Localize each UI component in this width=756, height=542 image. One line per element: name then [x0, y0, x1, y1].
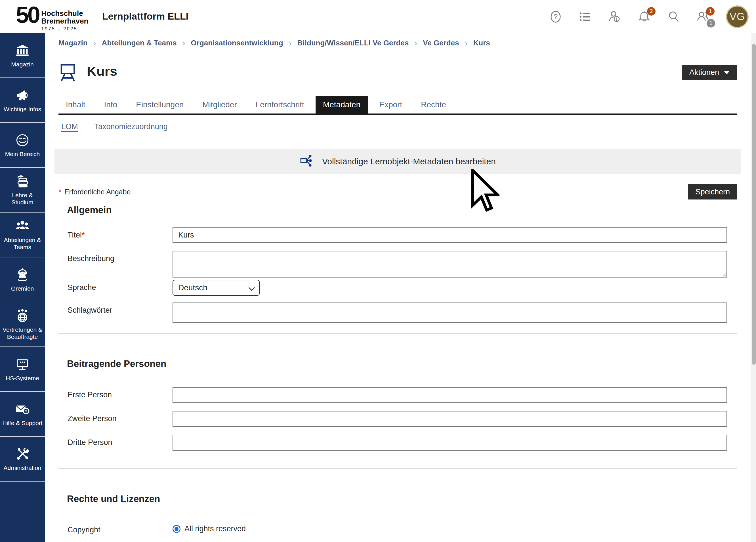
sidebar-item-label: Abteilungen & Teams [0, 236, 45, 251]
list-icon[interactable] [578, 10, 592, 24]
svg-text:?: ? [554, 12, 558, 21]
contacts-icon[interactable]: 1 1 [696, 10, 710, 24]
zweite-person-input[interactable] [173, 411, 727, 427]
beschreibung-textarea[interactable] [173, 251, 727, 278]
breadcrumb-item[interactable]: Abteilungen & Teams [102, 39, 177, 47]
form-row-schlagwoerter: Schlagwörter [58, 302, 737, 323]
dritte-person-input[interactable] [173, 435, 727, 451]
chevron-right-icon: › [465, 38, 467, 48]
main-content: Magazin › Abteilungen & Teams › Organisa… [45, 33, 751, 542]
chevron-right-icon: › [289, 38, 292, 48]
sidebar-item-wichtige-infos[interactable]: Wichtige Infos [0, 78, 45, 123]
app-title: Lernplattform ELLI [102, 11, 188, 22]
form-row-zweite-person: Zweite Person [58, 411, 737, 427]
subtab-taxonomiezuordnung[interactable]: Taxonomiezuordnung [95, 122, 168, 131]
breadcrumb-item[interactable]: Kurs [473, 39, 490, 47]
tab-mitglieder[interactable]: Mitglieder [195, 96, 244, 114]
sidebar-item-magazin[interactable]: Magazin [0, 33, 45, 78]
breadcrumb-item[interactable]: Magazin [58, 39, 88, 47]
notifications-badge: 2 [647, 7, 656, 16]
beschreibung-label: Beschreibung [58, 251, 173, 278]
sidebar-item-label: Lehre & Studium [0, 192, 45, 206]
edit-full-metadata-banner[interactable]: Vollständige Lernobjekt-Metadaten bearbe… [54, 149, 741, 174]
scrollbar-thumb[interactable] [752, 44, 756, 365]
section-divider [58, 468, 737, 469]
scrollbar-track[interactable] [751, 33, 756, 542]
user-avatar[interactable]: VG [726, 5, 749, 28]
save-button[interactable]: Speichern [688, 184, 737, 199]
tab-info[interactable]: Info [97, 96, 125, 114]
banner-label: Vollständige Lernobjekt-Metadaten bearbe… [322, 157, 496, 166]
chevron-right-icon: › [414, 38, 417, 48]
rights-section: Copyright All rights reserved [45, 522, 751, 534]
titel-label: Titel* [58, 227, 173, 243]
top-header: 50 Hochschule Bremerhaven 1975 – 2025 Le… [0, 0, 756, 33]
university-logo[interactable]: 50 Hochschule Bremerhaven 1975 – 2025 [16, 2, 88, 32]
subtab-lom[interactable]: LOM [61, 122, 78, 131]
sidebar-item-hs-systeme[interactable]: *** HS-Systeme [0, 347, 45, 392]
breadcrumb: Magazin › Abteilungen & Teams › Organisa… [45, 33, 751, 53]
bank-icon [15, 43, 30, 58]
breadcrumb-item[interactable]: Bildung/Wissen/ELLI Ve Gerdes [297, 39, 409, 47]
breadcrumb-item[interactable]: Organisationsentwicklung [191, 39, 283, 47]
required-note: Erforderliche Angabe [64, 188, 131, 196]
form-row-titel: Titel* [58, 227, 737, 243]
form-row-erste-person: Erste Person [58, 387, 737, 403]
form-toolbar: * Erforderliche Angabe Speichern [58, 184, 737, 200]
sidebar-item-hilfe-support[interactable]: ? Hilfe & Support [0, 392, 45, 437]
svg-text:?: ? [25, 409, 28, 413]
form-row-copyright: Copyright All rights reserved [58, 522, 737, 534]
logo-name-line1: Hochschule [41, 10, 88, 17]
section-heading-allgemein: Allgemein [67, 204, 751, 216]
section-heading-rechte: Rechte und Lizenzen [67, 493, 751, 505]
tab-export[interactable]: Export [372, 96, 409, 114]
sidebar-item-gremien[interactable]: Gremien [0, 257, 45, 302]
schlagwoerter-label: Schlagwörter [58, 302, 173, 323]
tab-inhalt[interactable]: Inhalt [58, 96, 93, 114]
sidebar-item-vertretungen[interactable]: Vertretungen & Beauftragte [0, 302, 45, 347]
main-sidebar: Magazin Wichtige Infos Mein Bereich Lehr… [0, 33, 45, 542]
sidebar-item-label: Magazin [10, 61, 35, 68]
chevron-down-icon [724, 71, 730, 74]
sidebar-item-abteilungen-teams[interactable]: Abteilungen & Teams [0, 213, 45, 257]
header-toolbar: ? 2 1 1 VG [549, 0, 749, 33]
general-section: Titel* Beschreibung Sprache Deutsch [45, 227, 751, 323]
form-row-beschreibung: Beschreibung [58, 251, 737, 278]
dritte-person-label: Dritte Person [58, 435, 173, 451]
actions-button[interactable]: Aktionen [682, 65, 737, 80]
save-button-label: Speichern [695, 188, 730, 196]
sidebar-item-mein-bereich[interactable]: Mein Bereich [0, 123, 45, 168]
titel-input[interactable] [173, 227, 727, 243]
tab-rechte[interactable]: Rechte [413, 96, 453, 114]
smiley-icon [15, 133, 30, 148]
section-heading-beitragende: Beitragende Personen [67, 358, 751, 369]
contacts-badge-bottom: 1 [707, 19, 715, 28]
mail-question-icon: ? [15, 402, 30, 417]
books-icon [15, 174, 30, 189]
tab-einstellungen[interactable]: Einstellungen [129, 96, 191, 114]
tab-lernfortschritt[interactable]: Lernfortschritt [248, 96, 312, 114]
help-icon[interactable]: ? [549, 10, 562, 24]
erste-person-input[interactable] [173, 387, 727, 403]
bell-icon[interactable]: 2 [637, 10, 651, 24]
zweite-person-label: Zweite Person [58, 411, 173, 427]
copyright-option-label: All rights reserved [184, 524, 246, 533]
megaphone-icon [15, 88, 30, 103]
contacts-badge-top: 1 [706, 7, 715, 16]
sidebar-item-administration[interactable]: Administration [0, 437, 45, 482]
sprache-select[interactable]: Deutsch [173, 280, 260, 296]
copyright-radio[interactable] [173, 525, 180, 533]
page-title: Kurs [87, 63, 117, 79]
subtab-bar: LOM Taxonomiezuordnung [58, 115, 737, 136]
share-nodes-icon [300, 153, 315, 170]
section-divider [58, 333, 737, 334]
logo-name-line2: Bremerhaven [41, 17, 88, 25]
user-alert-icon[interactable] [608, 10, 621, 24]
schlagwoerter-input[interactable] [173, 302, 727, 323]
sidebar-item-lehre-studium[interactable]: Lehre & Studium [0, 168, 45, 213]
tab-metadaten[interactable]: Metadaten [316, 96, 368, 114]
tab-bar: Inhalt Info Einstellungen Mitglieder Ler… [58, 97, 737, 115]
screen: 50 Hochschule Bremerhaven 1975 – 2025 Le… [0, 0, 756, 542]
breadcrumb-item[interactable]: Ve Gerdes [423, 39, 459, 47]
search-icon[interactable] [667, 10, 681, 24]
